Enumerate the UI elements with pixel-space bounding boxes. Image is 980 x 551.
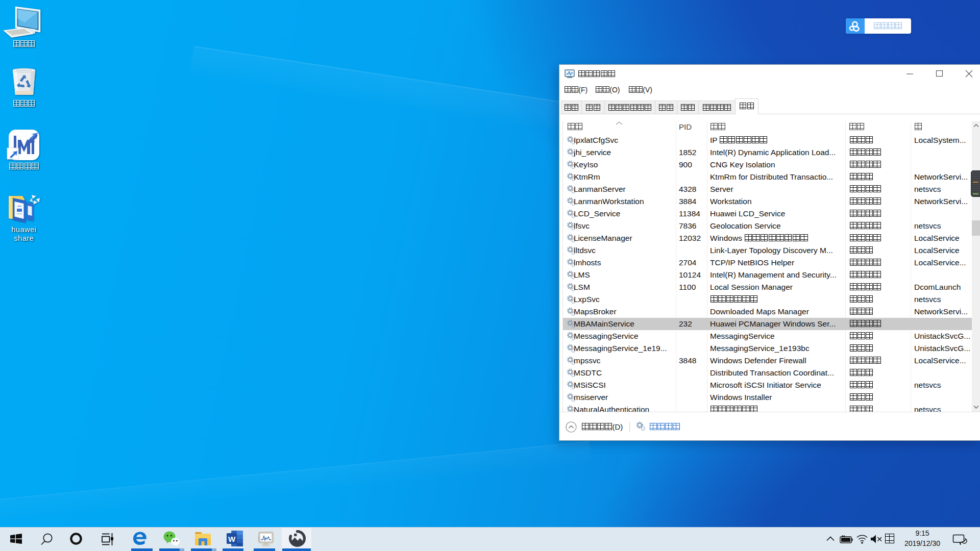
svg-text:W: W [228, 535, 236, 543]
